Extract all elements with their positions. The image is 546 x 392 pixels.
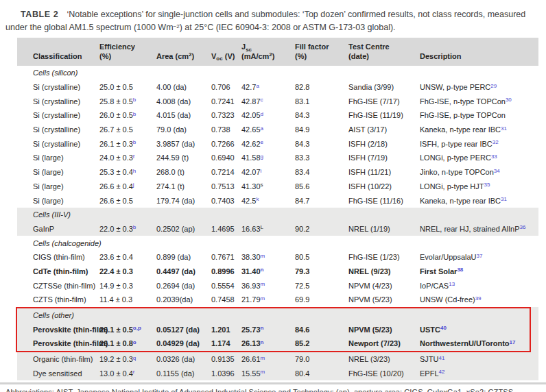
- reference-link[interactable]: 17: [510, 339, 516, 345]
- cell-jsc: 38.30m: [241, 253, 295, 261]
- reference-link[interactable]: j: [133, 182, 134, 188]
- cell-test_centre: NREL (9/23): [348, 267, 420, 275]
- reference-link[interactable]: n: [261, 339, 264, 345]
- cell-test_centre: NPVM (5/23): [348, 326, 420, 334]
- cell-efficiency: 13.0 ± 0.4r: [99, 369, 156, 378]
- reference-link[interactable]: c: [261, 97, 263, 103]
- cell-efficiency: 26.0 ± 0.5b: [99, 111, 156, 119]
- reference-link[interactable]: 41: [439, 355, 445, 361]
- cell-area: 0.1155 (da): [156, 369, 211, 378]
- reference-link[interactable]: 31: [501, 125, 507, 132]
- reference-link[interactable]: 31: [501, 196, 507, 202]
- reference-link[interactable]: b: [133, 97, 136, 103]
- cell-classification: GaInP: [33, 225, 99, 233]
- reference-link[interactable]: m: [261, 355, 265, 361]
- cell-test_centre: NREL (3/23): [348, 355, 420, 363]
- reference-link[interactable]: 38: [457, 267, 463, 273]
- table-row: Si (large)24.0 ± 0.3f244.59 (t)0.694041.…: [17, 151, 538, 165]
- reference-link[interactable]: e: [261, 139, 263, 145]
- reference-link[interactable]: 32: [492, 139, 499, 145]
- cell-description: IoP/CAS13: [420, 282, 538, 290]
- table-caption-text: ‘Notable exceptions’ for single-junction…: [5, 10, 525, 32]
- reference-link[interactable]: g: [261, 154, 263, 160]
- reference-link[interactable]: o: [133, 339, 136, 345]
- reference-link[interactable]: b: [133, 139, 136, 145]
- reference-link[interactable]: m: [261, 253, 265, 259]
- reference-link[interactable]: m: [261, 281, 265, 287]
- reference-link[interactable]: m: [261, 369, 265, 375]
- cell-jsc: 25.73n: [241, 326, 295, 334]
- cell-description: ISFH, p-type rear IBC32: [420, 140, 538, 148]
- cell-jsc: 21.79m: [241, 295, 295, 304]
- table-row: Si (large)26.6 ± 0.4j274.1 (t)0.751341.3…: [17, 180, 538, 194]
- table-row: Si (large)25.3 ± 0.4h268.0 (t)0.721442.0…: [17, 165, 538, 180]
- reference-link[interactable]: i: [261, 168, 262, 174]
- table-row: Si (large)26.6 ± 0.5179.74 (da)0.740342.…: [17, 193, 538, 208]
- cell-area: 79.0 (da): [156, 125, 211, 134]
- cell-fill_factor: 84.3: [295, 140, 348, 148]
- reference-link[interactable]: d: [261, 111, 263, 117]
- reference-link[interactable]: 13: [449, 281, 455, 287]
- reference-link[interactable]: 29: [490, 83, 497, 89]
- reference-link[interactable]: b: [133, 111, 136, 117]
- cell-jsc: 36.93m: [241, 282, 295, 290]
- cell-efficiency: 23.6 ± 0.4: [99, 253, 156, 261]
- table-row: Si (crystalline)25.0 ± 0.54.00 (da)0.706…: [17, 80, 538, 95]
- reference-link[interactable]: 30: [506, 97, 512, 103]
- cell-test_centre: FhG-ISE (10/20): [348, 369, 420, 378]
- cell-efficiency: 25.8 ± 0.5b: [99, 97, 156, 106]
- reference-link[interactable]: 34: [494, 168, 500, 174]
- reference-link[interactable]: k: [256, 196, 259, 202]
- cell-test_centre: ISFH (2/18): [348, 140, 420, 148]
- table-row: Si (crystalline)26.7 ± 0.579.0 (da)0.738…: [17, 123, 538, 137]
- reference-link[interactable]: h: [133, 168, 136, 174]
- reference-link[interactable]: 35: [484, 182, 490, 188]
- table-row: CdTe (thin-film)22.4 ± 0.30.4497 (da)0.8…: [17, 265, 538, 279]
- reference-link[interactable]: o,p: [133, 325, 141, 331]
- cell-test_centre: NPVM (5/23): [348, 295, 420, 304]
- page: { "caption": { "label": "TABLE 2", "text…: [0, 0, 546, 392]
- reference-link[interactable]: n: [261, 267, 264, 273]
- reference-link[interactable]: 37: [477, 253, 483, 259]
- cell-efficiency: 26.1 ± 0.3b: [99, 140, 156, 148]
- reference-link[interactable]: a: [256, 83, 259, 89]
- cell-voc: 0.7513: [211, 182, 241, 191]
- reference-link[interactable]: q: [133, 355, 136, 361]
- cell-description: Kaneka, n-type rear IBC31: [420, 125, 538, 134]
- table-body: Cells (silicon)Si (crystalline)25.0 ± 0.…: [17, 66, 538, 380]
- section-heading-row: Cells (chalcogenide): [17, 236, 538, 250]
- cell-area: 4.00 (da): [156, 83, 211, 91]
- cell-jsc: 42.05d: [241, 111, 295, 119]
- cell-jsc: 26.13n: [241, 339, 295, 347]
- cell-fill_factor: 72.5: [295, 282, 348, 290]
- reference-link[interactable]: 33: [491, 154, 497, 160]
- cell-classification: CIGS (thin-film): [33, 253, 99, 261]
- cell-voc: 0.8996: [211, 267, 241, 275]
- cell-efficiency: 26.6 ± 0.5: [99, 197, 156, 205]
- cell-efficiency: 22.4 ± 0.3: [99, 267, 156, 275]
- cell-description: NREL, rear HJ, strained AlInP36: [420, 225, 538, 233]
- table-row: Dye sensitised13.0 ± 0.4r0.1155 (da)1.03…: [17, 366, 538, 380]
- reference-link[interactable]: f: [133, 154, 134, 160]
- reference-link[interactable]: 40: [440, 325, 447, 331]
- efficiency-table: ClassificationEfficiency(%)Area (cm2)Voc…: [17, 38, 538, 380]
- reference-link[interactable]: 36: [520, 224, 526, 230]
- cell-classification: Dye sensitised: [33, 369, 99, 378]
- cell-area: 179.74 (da): [156, 197, 211, 205]
- cell-voc: 0.7403: [211, 197, 241, 205]
- reference-link[interactable]: a: [261, 125, 263, 132]
- reference-link[interactable]: 42: [439, 369, 445, 375]
- cell-efficiency: 24.0 ± 0.3f: [99, 154, 156, 162]
- reference-link[interactable]: n: [261, 325, 264, 331]
- reference-link[interactable]: b: [133, 224, 136, 230]
- cell-fill_factor: 83.1: [295, 97, 348, 106]
- table-section: Cells (silicon)Si (crystalline)25.0 ± 0.…: [17, 66, 538, 208]
- reference-link[interactable]: 39: [475, 295, 482, 302]
- reference-link[interactable]: r: [133, 369, 135, 375]
- column-header-classification: Classification: [33, 52, 99, 62]
- cell-area: 0.04929 (da): [156, 339, 211, 347]
- cell-test_centre: FhG-ISE (1/23): [348, 253, 420, 261]
- reference-link[interactable]: m: [261, 295, 265, 302]
- cell-jsc: 16.63L: [241, 225, 295, 233]
- cell-voc: 1.201: [211, 326, 241, 334]
